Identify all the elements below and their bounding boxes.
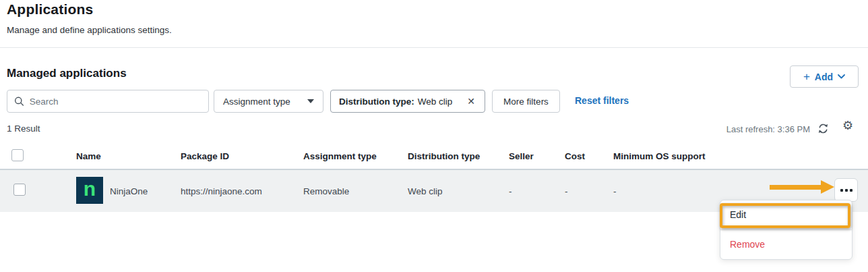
- column-header-seller[interactable]: Seller: [509, 151, 534, 161]
- assignment-type-label: Assignment type: [223, 97, 290, 107]
- add-button-label: Add: [815, 72, 833, 82]
- cell-name: NinjaOne: [110, 186, 148, 196]
- add-button[interactable]: + Add: [790, 65, 859, 88]
- select-all-checkbox[interactable]: [11, 149, 24, 161]
- assignment-type-dropdown[interactable]: Assignment type: [214, 90, 323, 113]
- search-box[interactable]: [7, 90, 209, 113]
- refresh-icon[interactable]: [817, 122, 830, 135]
- distribution-type-filter-chip[interactable]: Distribution type: Web clip ✕: [330, 90, 485, 113]
- cell-distribution-type: Web clip: [408, 186, 443, 196]
- cell-assignment-type: Removable: [303, 186, 349, 196]
- row-checkbox[interactable]: [13, 184, 26, 196]
- cell-minimum-os-support: -: [613, 186, 617, 196]
- reset-filters-link[interactable]: Reset filters: [575, 95, 629, 106]
- menu-item-remove[interactable]: Remove: [720, 230, 852, 260]
- chip-label: Distribution type:: [339, 97, 414, 107]
- ninjaone-logo: n: [76, 177, 103, 204]
- search-icon: [14, 96, 24, 107]
- header-divider: [0, 47, 868, 48]
- cell-package-id: https://ninjaone.com: [181, 186, 262, 196]
- annotation-arrow: [770, 180, 834, 194]
- column-header-assignment-type[interactable]: Assignment type: [303, 151, 377, 161]
- ellipsis-icon: [840, 189, 843, 192]
- cell-seller: -: [509, 186, 512, 196]
- more-filters-label: More filters: [503, 97, 549, 107]
- plus-icon: +: [803, 71, 810, 82]
- last-refresh-text: Last refresh: 3:36 PM: [726, 124, 810, 134]
- applications-page: Applications Manage and define applicati…: [0, 0, 868, 272]
- row-actions-menu: Edit Remove: [720, 200, 852, 260]
- result-count: 1 Result: [7, 124, 40, 134]
- column-header-cost[interactable]: Cost: [565, 151, 585, 161]
- search-input[interactable]: [30, 97, 202, 107]
- section-title: Managed applications: [7, 67, 127, 80]
- row-actions-button[interactable]: [834, 178, 858, 202]
- page-title: Applications: [7, 1, 93, 18]
- menu-item-edit[interactable]: Edit: [720, 200, 852, 230]
- gear-icon[interactable]: ⚙: [842, 119, 853, 132]
- column-header-minimum-os-support[interactable]: Minimum OS support: [613, 151, 706, 161]
- column-header-package-id[interactable]: Package ID: [181, 151, 229, 161]
- chevron-down-icon: [307, 99, 314, 103]
- more-filters-button[interactable]: More filters: [492, 90, 560, 113]
- cell-cost: -: [565, 186, 568, 196]
- column-header-name[interactable]: Name: [76, 151, 101, 161]
- close-icon[interactable]: ✕: [466, 94, 476, 108]
- chevron-down-icon: [838, 74, 845, 79]
- page-subtitle: Manage and define applications settings.: [7, 25, 172, 35]
- column-header-distribution-type[interactable]: Distribution type: [408, 151, 480, 161]
- chip-value: Web clip: [418, 97, 453, 107]
- logo-letter: n: [84, 179, 96, 199]
